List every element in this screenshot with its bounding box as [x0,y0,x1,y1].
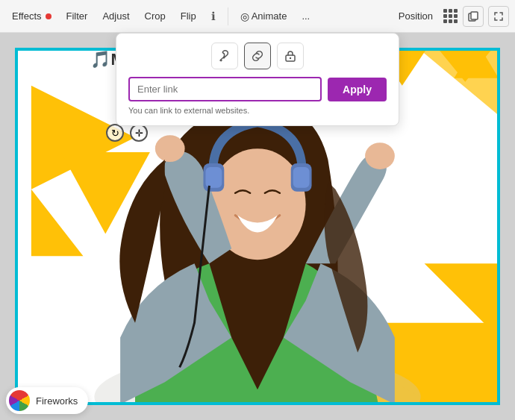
expand-button[interactable] [488,6,509,27]
duplicate-button[interactable] [463,6,484,27]
apply-button[interactable]: Apply [328,78,387,101]
link-input-row: Apply [128,77,387,101]
effects-dot [46,13,52,19]
move-handle[interactable]: ✛ [130,124,148,142]
link-icon-btn[interactable] [244,43,271,69]
link-popup: Apply You can link to external websites. [116,33,399,126]
adjust-label: Adjust [102,10,129,22]
rotate-icon: ↻ [111,128,119,139]
link-input[interactable] [128,77,322,101]
more-label: ... [302,10,310,22]
svg-rect-23 [205,167,222,188]
svg-point-3 [290,57,291,59]
svg-rect-24 [293,167,310,188]
fireworks-label: Fireworks [36,395,78,407]
filter-menu[interactable]: Filter [60,7,94,25]
info-button[interactable]: ℹ [205,7,222,26]
flip-menu[interactable]: Flip [175,7,202,25]
toolbar-right: Position [393,6,509,27]
bottom-bar: Fireworks [6,387,88,414]
svg-point-19 [155,135,185,162]
top-toolbar: Effects Filter Adjust Crop Flip ℹ ◎ Anim… [0,0,515,33]
fireworks-icon [9,390,30,411]
link-hint: You can link to external websites. [128,106,387,115]
animate-menu[interactable]: ◎ Animate [234,7,293,25]
more-menu[interactable]: ... [296,7,316,25]
effects-label: Effects [12,10,42,22]
svg-rect-1 [471,12,478,19]
crop-menu[interactable]: Crop [139,7,172,25]
info-icon: ℹ [211,10,216,23]
grid-icon[interactable] [443,9,458,24]
adjust-menu[interactable]: Adjust [96,7,135,25]
animate-icon: ◎ [240,10,249,22]
rotate-handle[interactable]: ↻ [106,124,124,142]
lock-icon-btn[interactable] [277,43,304,69]
svg-point-20 [365,142,395,169]
animate-label: Animate [252,10,287,22]
paintbrush-icon-btn[interactable] [211,43,238,69]
flip-label: Flip [181,10,196,22]
link-popup-icons [128,43,387,69]
effects-menu[interactable]: Effects [6,7,57,25]
crop-label: Crop [145,10,166,22]
fireworks-badge[interactable]: Fireworks [6,387,88,414]
position-button[interactable]: Position [393,7,439,25]
filter-label: Filter [66,10,88,22]
divider-1 [228,7,228,25]
move-icon: ✛ [135,128,143,139]
